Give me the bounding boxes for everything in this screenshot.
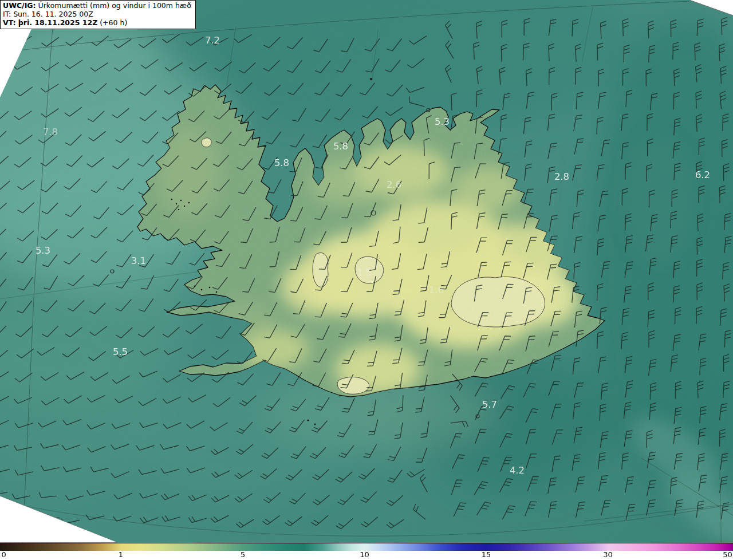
map-value-label: 5.5 [113,346,128,357]
title-line-model: UWC/IG: Úrkomumætti (mm) og vindur i 100… [3,2,191,10]
model-id: UWC/IG: [3,1,36,10]
map-value-label: 5.8 [333,141,348,152]
map-value-label: 1.5 [357,267,372,278]
map-value-label: 6.2 [695,169,710,180]
precip-wind-map: 7.27.85.35.85.82.62.86.25.33.11.51.65.55… [0,0,733,560]
map-value-label: 2.8 [554,171,569,182]
colorbar-tick-label: 15 [482,550,491,559]
map-value-label: 5.3 [36,245,50,256]
colorbar-tick-label: 0 [2,550,6,559]
colorbar-tick-label: 5 [241,550,245,559]
map-value-label: 7.2 [205,35,220,46]
title-box: UWC/IG: Úrkomumætti (mm) og vindur i 100… [0,0,196,29]
weather-map-frame: 7.27.85.35.85.82.62.86.25.33.11.51.65.55… [0,0,733,560]
colorbar-tick-label: 10 [360,550,369,559]
colorbar-tick-label: 1 [119,550,123,559]
map-value-label: 1.6 [429,285,444,295]
map-value-label: 4.2 [510,465,525,476]
colorbar-tick-label: 50 [723,550,732,559]
init-time: IT: Sun. 16. 11. 2025 00Z [3,10,191,19]
map-value-label: 2.6 [387,179,401,190]
map-value-label: 5.3 [435,116,450,127]
map-value-label: 5.8 [274,157,289,168]
map-value-label: 3.1 [131,255,146,266]
colorbar-tick-label: 30 [603,550,613,559]
precip-colorbar [0,543,733,551]
valid-time: VT: þri. 18.11.2025 12Z (+60 h) [3,19,191,27]
map-value-label: 5.7 [482,399,497,410]
colorbar-tick-labels: 01510153050 [0,551,733,560]
map-value-label: 7.8 [43,127,58,137]
